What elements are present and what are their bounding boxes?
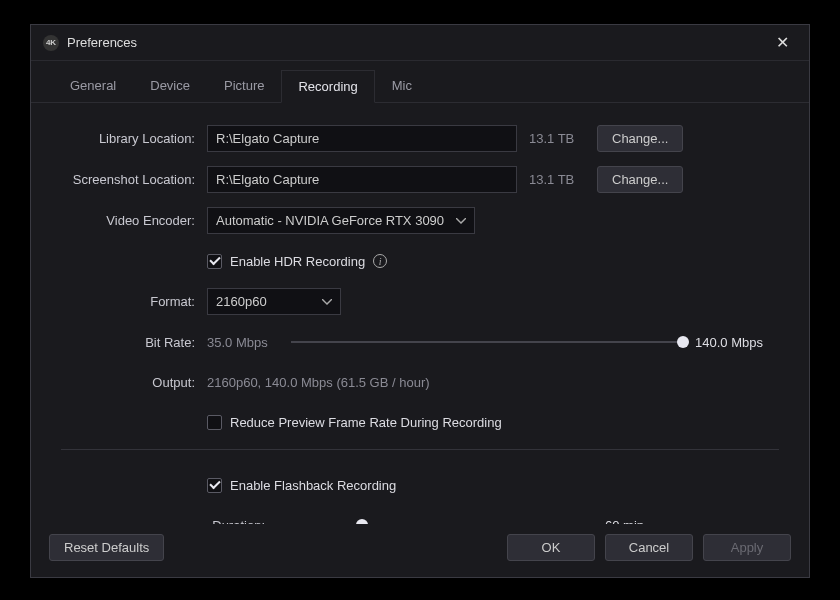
output-text: 2160p60, 140.0 Mbps (61.5 GB / hour) (207, 375, 430, 390)
screenshot-change-button[interactable]: Change... (597, 166, 683, 193)
reduce-preview-checkbox[interactable] (207, 415, 222, 430)
output-label: Output: (61, 375, 207, 390)
tab-recording[interactable]: Recording (281, 70, 374, 103)
format-label: Format: (61, 294, 207, 309)
hdr-checkbox[interactable] (207, 254, 222, 269)
close-icon[interactable]: ✕ (768, 29, 797, 56)
bitrate-label: Bit Rate: (61, 335, 207, 350)
encoder-select[interactable]: Automatic - NVIDIA GeForce RTX 3090 (207, 207, 475, 234)
info-icon[interactable]: i (373, 254, 387, 268)
flashback-checkbox[interactable] (207, 478, 222, 493)
ok-button[interactable]: OK (507, 534, 595, 561)
tab-device[interactable]: Device (133, 69, 207, 102)
duration-slider[interactable] (289, 518, 579, 524)
preferences-dialog: 4K Preferences ✕ General Device Picture … (30, 24, 810, 578)
tab-bar: General Device Picture Recording Mic (31, 61, 809, 103)
bitrate-min: 35.0 Mbps (207, 335, 279, 350)
dialog-footer: Reset Defaults OK Cancel Apply (31, 524, 809, 577)
bitrate-max: 140.0 Mbps (695, 335, 779, 350)
tab-general[interactable]: General (53, 69, 133, 102)
format-value: 2160p60 (216, 294, 267, 309)
library-change-button[interactable]: Change... (597, 125, 683, 152)
bitrate-slider[interactable] (291, 335, 683, 349)
apply-button[interactable]: Apply (703, 534, 791, 561)
library-path-input[interactable] (207, 125, 517, 152)
titlebar: 4K Preferences ✕ (31, 25, 809, 61)
format-select[interactable]: 2160p60 (207, 288, 341, 315)
tab-picture[interactable]: Picture (207, 69, 281, 102)
screenshot-size: 13.1 TB (529, 172, 585, 187)
screenshot-path-input[interactable] (207, 166, 517, 193)
bitrate-slider-thumb[interactable] (677, 336, 689, 348)
reduce-preview-label: Reduce Preview Frame Rate During Recordi… (230, 415, 502, 430)
encoder-value: Automatic - NVIDIA GeForce RTX 3090 (216, 213, 444, 228)
library-label: Library Location: (61, 131, 207, 146)
app-icon: 4K (43, 35, 59, 51)
hdr-label: Enable HDR Recording (230, 254, 365, 269)
chevron-down-icon (456, 218, 466, 224)
tab-mic[interactable]: Mic (375, 69, 429, 102)
duration-slider-thumb[interactable] (356, 519, 368, 524)
recording-panel: Library Location: 13.1 TB Change... Scre… (31, 103, 809, 524)
cancel-button[interactable]: Cancel (605, 534, 693, 561)
screenshot-label: Screenshot Location: (61, 172, 207, 187)
library-size: 13.1 TB (529, 131, 585, 146)
flashback-label: Enable Flashback Recording (230, 478, 396, 493)
reset-defaults-button[interactable]: Reset Defaults (49, 534, 164, 561)
window-title: Preferences (67, 35, 768, 50)
chevron-down-icon (322, 299, 332, 305)
encoder-label: Video Encoder: (61, 213, 207, 228)
divider (61, 449, 779, 450)
